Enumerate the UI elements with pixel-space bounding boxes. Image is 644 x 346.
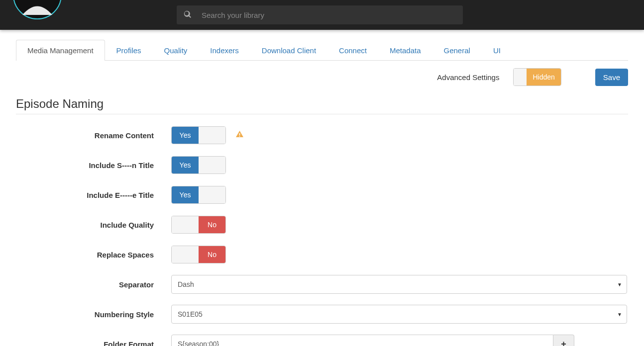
search-input[interactable] (202, 11, 456, 19)
row-include-quality: Include Quality No (16, 215, 628, 235)
toggle-include-quality[interactable]: No (171, 216, 226, 234)
tab-connect[interactable]: Connect (327, 40, 378, 61)
label-separator: Separator (16, 280, 171, 289)
tab-ui[interactable]: UI (482, 40, 512, 61)
tab-profiles[interactable]: Profiles (105, 40, 153, 61)
toggle-yes (172, 216, 199, 233)
label-numbering-style: Numbering Style (16, 310, 171, 319)
app-logo (12, 0, 62, 20)
label-rename-content: Rename Content (16, 131, 171, 140)
save-button[interactable]: Save (595, 69, 628, 86)
row-folder-format: Folder Format + (16, 334, 628, 346)
label-folder-format: Folder Format (16, 340, 171, 346)
folder-format-add-button[interactable]: + (553, 335, 574, 346)
input-folder-format[interactable] (171, 335, 553, 346)
row-replace-spaces: Replace Spaces No (16, 245, 628, 264)
advanced-settings-hidden-seg: Hidden (527, 69, 560, 86)
row-include-season-title: Include S----n Title Yes (16, 155, 628, 175)
select-separator[interactable]: Dash (171, 275, 627, 294)
toggle-no: No (199, 216, 225, 233)
label-include-quality: Include Quality (16, 221, 171, 229)
toggle-no (199, 186, 225, 203)
advanced-settings-shown-seg (514, 69, 527, 86)
section-title-episode-naming: Episode Naming (16, 97, 628, 114)
tab-media-management[interactable]: Media Management (16, 40, 105, 61)
settings-tabs: Media Management Profiles Quality Indexe… (16, 40, 628, 61)
search-icon (184, 10, 202, 20)
toggle-no: No (199, 246, 225, 263)
advanced-settings-label: Advanced Settings (437, 73, 499, 82)
toggle-replace-spaces[interactable]: No (171, 246, 226, 263)
label-replace-spaces: Replace Spaces (16, 251, 171, 259)
tab-general[interactable]: General (432, 40, 482, 61)
toggle-no (199, 157, 225, 173)
toggle-yes: Yes (172, 157, 199, 173)
tab-metadata[interactable]: Metadata (378, 40, 432, 61)
toggle-include-episode-title[interactable]: Yes (171, 186, 226, 204)
toggle-yes: Yes (172, 186, 199, 203)
label-include-season-title: Include S----n Title (16, 161, 171, 170)
tab-quality[interactable]: Quality (153, 40, 199, 61)
toggle-yes: Yes (172, 127, 199, 144)
topbar (0, 0, 644, 30)
plus-icon: + (561, 339, 566, 346)
tab-download-client[interactable]: Download Client (250, 40, 327, 61)
top-right-controls: Advanced Settings Hidden Save (16, 61, 628, 91)
search-container (177, 5, 463, 24)
toggle-no (199, 127, 225, 144)
label-include-episode-title: Include E-----e Title (16, 191, 171, 199)
toggle-rename-content[interactable]: Yes (171, 126, 226, 144)
tab-indexers[interactable]: Indexers (199, 40, 250, 61)
select-numbering-style[interactable]: S01E05 (171, 305, 627, 324)
toggle-include-season-title[interactable]: Yes (171, 156, 226, 174)
warning-icon (236, 130, 243, 140)
row-numbering-style: Numbering Style S01E05 ▼ (16, 304, 628, 324)
toggle-yes (172, 246, 199, 263)
row-include-episode-title: Include E-----e Title Yes (16, 185, 628, 205)
row-rename-content: Rename Content Yes (16, 125, 628, 145)
row-separator: Separator Dash ▼ (16, 274, 628, 294)
advanced-settings-toggle[interactable]: Hidden (513, 68, 561, 86)
